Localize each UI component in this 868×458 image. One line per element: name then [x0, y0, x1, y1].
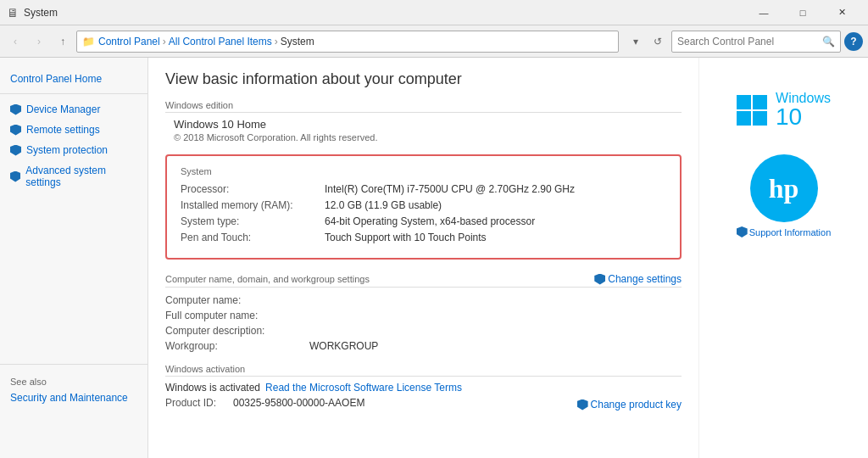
close-button[interactable]: ✕	[822, 0, 861, 25]
spec-row-processor: Processor: Intel(R) Core(TM) i7-7500U CP…	[181, 183, 666, 195]
windows10-logo: Windows 10	[737, 92, 831, 129]
spec-value-pentouch: Touch Support with 10 Touch Points	[325, 232, 487, 243]
forward-button[interactable]: ›	[29, 31, 49, 52]
spec-label-processor: Processor:	[181, 183, 325, 195]
main-layout: Control Panel Home Device Manager Remote…	[0, 58, 868, 458]
address-box[interactable]: 📁 Control Panel › All Control Panel Item…	[76, 31, 619, 53]
spec-label-ram: Installed memory (RAM):	[181, 199, 325, 211]
change-key-text: Change product key	[591, 399, 682, 411]
help-button[interactable]: ?	[844, 32, 863, 51]
spec-label-pentouch: Pen and Touch:	[181, 232, 325, 243]
shield-icon	[10, 171, 20, 182]
shield-icon	[10, 125, 21, 136]
breadcrumb-all-items[interactable]: All Control Panel Items	[169, 36, 272, 47]
computer-name-header: Computer name, domain, and workgroup set…	[165, 273, 682, 288]
info-row-workgroup: Workgroup: WORKGROUP	[165, 340, 682, 352]
sidebar-item-protection[interactable]: System protection	[0, 140, 147, 160]
win-grid-cell-3	[737, 111, 751, 126]
shield-icon	[594, 274, 605, 285]
windows-text: Windows 10	[776, 92, 831, 129]
spec-row-pentouch: Pen and Touch: Touch Support with 10 Tou…	[181, 232, 666, 243]
maximize-button[interactable]: □	[783, 0, 822, 25]
win-grid-cell-4	[753, 111, 767, 126]
sidebar-label-protection: System protection	[26, 144, 108, 156]
shield-icon	[577, 399, 588, 411]
panel-home-link[interactable]: Control Panel Home	[0, 66, 147, 88]
product-id-value: 00325-95800-00000-AAOEM	[233, 397, 364, 409]
spec-row-systemtype: System type: 64-bit Operating System, x6…	[181, 215, 666, 227]
breadcrumb-control-panel[interactable]: Control Panel	[98, 36, 160, 47]
dropdown-button[interactable]: ▾	[626, 31, 646, 52]
up-button[interactable]: ↑	[53, 31, 73, 52]
activation-section: Windows activation Windows is activated …	[165, 364, 682, 412]
main-content: View basic information about your comput…	[148, 58, 698, 458]
sidebar-label-remote: Remote settings	[26, 124, 100, 136]
shield-icon	[10, 145, 21, 156]
see-also-section: See also Security and Maintenance	[0, 359, 148, 407]
info-label-workgroup: Workgroup:	[165, 340, 309, 352]
spec-value-processor: Intel(R) Core(TM) i7-7500U CPU @ 2.70GHz…	[325, 183, 575, 195]
support-info-text: Support Information	[749, 227, 832, 237]
info-label-description: Computer description:	[165, 325, 309, 337]
computer-name-section: Computer name, domain, and workgroup set…	[165, 273, 682, 352]
window-title: System	[24, 7, 744, 19]
change-settings-text: Change settings	[608, 273, 682, 285]
edition-copyright: © 2018 Microsoft Corporation. All rights…	[174, 132, 682, 142]
sidebar: Control Panel Home Device Manager Remote…	[0, 58, 148, 458]
windows-number: 10	[776, 105, 831, 129]
system-specs-header: System	[181, 166, 666, 176]
right-panel: Windows 10 hp Support Information	[698, 58, 868, 458]
win-grid-cell-2	[753, 95, 767, 109]
win-grid-cell-1	[737, 95, 751, 109]
window-controls: — □ ✕	[744, 0, 861, 25]
addressbar: ‹ › ↑ 📁 Control Panel › All Control Pane…	[0, 25, 868, 58]
license-terms-link[interactable]: Read the Microsoft Software License Term…	[265, 382, 462, 394]
minimize-button[interactable]: —	[744, 0, 783, 25]
system-icon: 🖥	[7, 6, 19, 20]
system-specs-box: System Processor: Intel(R) Core(TM) i7-7…	[165, 154, 682, 260]
product-id-row: Product ID: 00325-95800-00000-AAOEM Chan…	[165, 397, 682, 412]
address-actions: ▾ ↺	[626, 31, 668, 52]
sidebar-item-remote[interactable]: Remote settings	[0, 120, 147, 140]
sidebar-label-advanced: Advanced system settings	[25, 165, 137, 188]
hp-logo: hp	[750, 154, 818, 222]
sidebar-item-device-manager[interactable]: Device Manager	[0, 99, 147, 120]
edition-name: Windows 10 Home	[174, 118, 682, 131]
security-maintenance-link[interactable]: Security and Maintenance	[0, 388, 148, 407]
info-label-full-name: Full computer name:	[165, 310, 309, 321]
breadcrumb-system: System	[281, 36, 314, 47]
refresh-button[interactable]: ↺	[648, 31, 668, 52]
activation-header: Windows activation	[165, 364, 682, 377]
windows-grid-icon	[737, 95, 767, 126]
info-row-full-name: Full computer name:	[165, 310, 682, 321]
spec-row-ram: Installed memory (RAM): 12.0 GB (11.9 GB…	[181, 199, 666, 211]
change-settings-link[interactable]: Change settings	[594, 273, 682, 285]
content-area: View basic information about your comput…	[148, 58, 868, 458]
info-row-description: Computer description:	[165, 325, 682, 337]
spec-label-systemtype: System type:	[181, 215, 325, 227]
page-title: View basic information about your comput…	[165, 70, 682, 88]
product-id-label: Product ID:	[165, 397, 233, 409]
spec-value-ram: 12.0 GB (11.9 GB usable)	[325, 199, 442, 211]
shield-icon	[737, 226, 748, 237]
computer-name-label: Computer name, domain, and workgroup set…	[165, 274, 370, 284]
activation-status: Windows is activated	[165, 382, 260, 394]
search-box[interactable]: 🔍	[671, 31, 841, 53]
back-button[interactable]: ‹	[5, 31, 25, 52]
change-product-key-link[interactable]: Change product key	[577, 399, 682, 411]
spec-value-systemtype: 64-bit Operating System, x64-based proce…	[325, 215, 535, 227]
info-value-workgroup: WORKGROUP	[309, 340, 378, 352]
search-input[interactable]	[677, 36, 822, 47]
search-icon: 🔍	[822, 36, 835, 47]
support-info-link[interactable]: Support Information	[737, 226, 832, 237]
info-row-computer-name: Computer name:	[165, 294, 682, 306]
hp-logo-container: hp Support Information	[737, 154, 832, 237]
windows-edition-header: Windows edition	[165, 100, 682, 113]
sidebar-label-device-manager: Device Manager	[26, 103, 100, 115]
sidebar-item-advanced[interactable]: Advanced system settings	[0, 160, 147, 193]
see-also-label: See also	[0, 370, 148, 388]
titlebar: 🖥 System — □ ✕	[0, 0, 868, 25]
activation-status-row: Windows is activated Read the Microsoft …	[165, 382, 682, 394]
shield-icon	[10, 104, 21, 115]
product-id-info: Product ID: 00325-95800-00000-AAOEM	[165, 397, 364, 409]
